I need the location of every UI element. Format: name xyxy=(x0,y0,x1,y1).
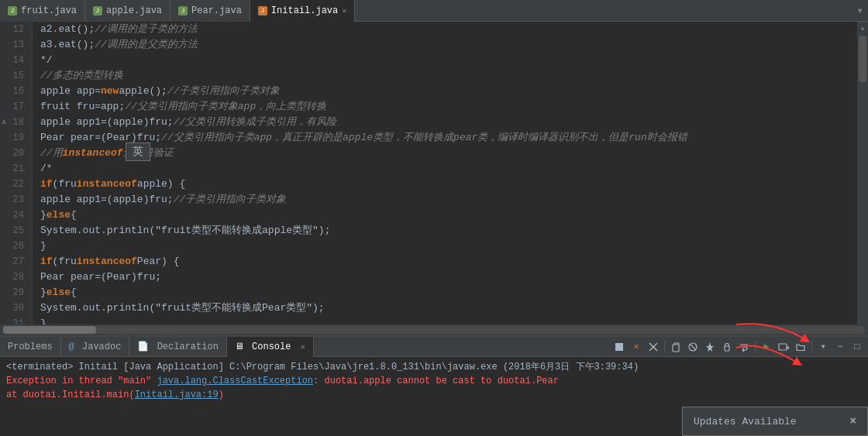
minimize-button[interactable]: − xyxy=(832,339,848,355)
scroll-lock-button[interactable] xyxy=(719,339,735,355)
exception-link[interactable]: java.lang.ClassCastException xyxy=(157,376,313,386)
tab-bar: J fruit.java J apple.java J Pear.java J … xyxy=(0,0,868,22)
svg-rect-7 xyxy=(779,344,787,350)
code-line-20: //用instanceof运算符验证 xyxy=(33,146,857,161)
stop-button[interactable] xyxy=(611,339,627,355)
terminate-button[interactable]: ✕ xyxy=(629,339,644,355)
tab-console-label: Console xyxy=(252,342,291,352)
tab-fruit-label: fruit.java xyxy=(21,5,77,16)
line-number-18: ⚠18 xyxy=(0,115,27,130)
console-error-line1: Exception in thread "main" java.lang.Cla… xyxy=(6,374,862,388)
tab-initail-icon: J xyxy=(258,6,267,15)
h-scrollbar-thumb[interactable] xyxy=(3,326,96,334)
tab-pear-label: Pear.java xyxy=(191,5,242,16)
code-line-28: Pear pear=(Pear)fru; xyxy=(33,269,857,285)
copy-button[interactable] xyxy=(668,339,684,355)
line-number-12: 12 xyxy=(0,22,27,37)
code-line-17: fruit fru=app;//父类引用指向子类对象app，向上类型转换 xyxy=(33,99,857,115)
tab-initail-label: Initail.java xyxy=(271,5,338,16)
updates-popup-text: Updates Available xyxy=(694,416,797,427)
tab-javadoc-icon: @ xyxy=(69,342,74,352)
line-number-28: 28 xyxy=(0,269,27,285)
line-number-26: 26 xyxy=(0,239,27,254)
popup-tooltip: 英 xyxy=(126,142,150,161)
code-area[interactable]: 英 a2.eat();//调用的是子类的方法 a3.eat();//调用的是父类… xyxy=(33,22,857,324)
settings-button[interactable]: ▾ xyxy=(815,339,831,355)
tab-declaration-label: Declaration xyxy=(157,342,219,352)
bottom-scrollbar xyxy=(0,324,868,335)
svg-rect-0 xyxy=(615,343,623,351)
line-number-23: 23 xyxy=(0,192,27,208)
code-line-18: apple app1=(apple)fru;//父类引用转换成子类引用，有风险 xyxy=(33,115,857,130)
code-line-31: } xyxy=(33,316,857,324)
line-number-30: 30 xyxy=(0,300,27,316)
line-number-20: 20 xyxy=(0,146,27,161)
tab-corner-btn[interactable]: ▾ xyxy=(852,4,868,17)
code-line-16: apple app=new apple();//子类引用指向子类对象 xyxy=(33,84,857,99)
updates-popup: Updates Available × xyxy=(682,407,868,436)
stack-trace-link[interactable]: Initail.java:19 xyxy=(135,390,219,400)
h-scrollbar-track[interactable] xyxy=(3,326,865,334)
code-line-23: apple app1=(apple)fru;//子类引用指向子类对象 xyxy=(33,192,857,208)
maximize-button[interactable]: □ xyxy=(849,339,865,355)
code-line-25: System.out.println("fruit类型不能转换成apple类型"… xyxy=(33,223,857,239)
line-number-15: 15 xyxy=(0,68,27,84)
run-button[interactable]: ▶ xyxy=(759,339,774,355)
tab-pear[interactable]: J Pear.java xyxy=(170,0,250,22)
line-number-25: 25 xyxy=(0,223,27,239)
divider2 xyxy=(755,341,756,353)
tab-apple[interactable]: J apple.java xyxy=(85,0,170,22)
svg-rect-6 xyxy=(725,346,729,351)
line-number-24: 24 xyxy=(0,208,27,223)
tab-console[interactable]: 🖥 Console ✕ xyxy=(227,337,314,357)
close-icon[interactable]: ✕ xyxy=(342,6,346,15)
console-title-line: <terminated> Initail [Java Application] … xyxy=(6,360,862,374)
code-line-26: } xyxy=(33,239,857,254)
line-number-17: 17 xyxy=(0,99,27,115)
code-line-29: }else { xyxy=(33,285,857,300)
clear-button[interactable] xyxy=(685,339,701,355)
tab-pear-icon: J xyxy=(178,6,188,15)
tab-initail[interactable]: J Initail.java ✕ xyxy=(250,0,355,22)
editor-area: 121314151617⚠181920212223242526272829303… xyxy=(0,22,868,324)
console-title: <terminated> Initail [Java Application] … xyxy=(6,362,639,372)
console-error-line2: at duotai.Initail.main(Initail.java:19) xyxy=(6,388,862,402)
scrollbar-thumb[interactable] xyxy=(859,36,866,82)
line-number-16: 16 xyxy=(0,84,27,99)
tab-declaration[interactable]: 📄 Declaration xyxy=(129,337,226,357)
tab-declaration-icon: 📄 xyxy=(137,342,149,352)
line-number-13: 13 xyxy=(0,37,27,53)
word-wrap-button[interactable] xyxy=(736,339,752,355)
new-console-button[interactable] xyxy=(776,339,791,355)
line-numbers: 121314151617⚠181920212223242526272829303… xyxy=(0,22,33,324)
code-line-24: }else { xyxy=(33,208,857,223)
code-line-15: //多态的类型转换 xyxy=(33,68,857,84)
tab-console-close[interactable]: ✕ xyxy=(301,343,305,352)
bottom-panel: Problems @ Javadoc 📄 Declaration 🖥 Conso… xyxy=(0,335,868,436)
updates-close-button[interactable]: × xyxy=(850,415,856,427)
code-line-14: */ xyxy=(33,53,857,68)
code-line-19: Pear pear=(Pear)fru;//父类引用指向子类app，真正开辟的是… xyxy=(33,130,857,146)
line-number-21: 21 xyxy=(0,161,27,177)
divider3 xyxy=(811,341,812,353)
right-scrollbar[interactable]: ▴ xyxy=(857,22,868,324)
divider1 xyxy=(664,341,665,353)
open-file-button[interactable] xyxy=(793,339,808,355)
tab-console-icon: 🖥 xyxy=(235,342,244,352)
tab-fruit[interactable]: J fruit.java xyxy=(0,0,85,22)
line-number-14: 14 xyxy=(0,53,27,68)
code-line-13: a3.eat();//调用的是父类的方法 xyxy=(33,37,857,53)
line-number-31: 31 xyxy=(0,316,27,324)
tab-problems[interactable]: Problems xyxy=(0,337,61,357)
code-line-22: if(fru instanceof apple) { xyxy=(33,177,857,192)
code-line-12: a2.eat();//调用的是子类的方法 xyxy=(33,22,857,37)
tab-problems-label: Problems xyxy=(8,342,53,352)
code-line-27: if(fru instanceof Pear) { xyxy=(33,254,857,269)
terminate-all-button[interactable] xyxy=(646,339,661,355)
tab-javadoc[interactable]: @ Javadoc xyxy=(61,337,130,357)
bottom-tab-bar: Problems @ Javadoc 📄 Declaration 🖥 Conso… xyxy=(0,337,868,357)
scroll-up-arrow[interactable]: ▴ xyxy=(859,22,866,34)
line-number-29: 29 xyxy=(0,285,27,300)
bottom-tab-icons: ✕ ▶ xyxy=(608,339,868,355)
pin-button[interactable] xyxy=(702,339,718,355)
